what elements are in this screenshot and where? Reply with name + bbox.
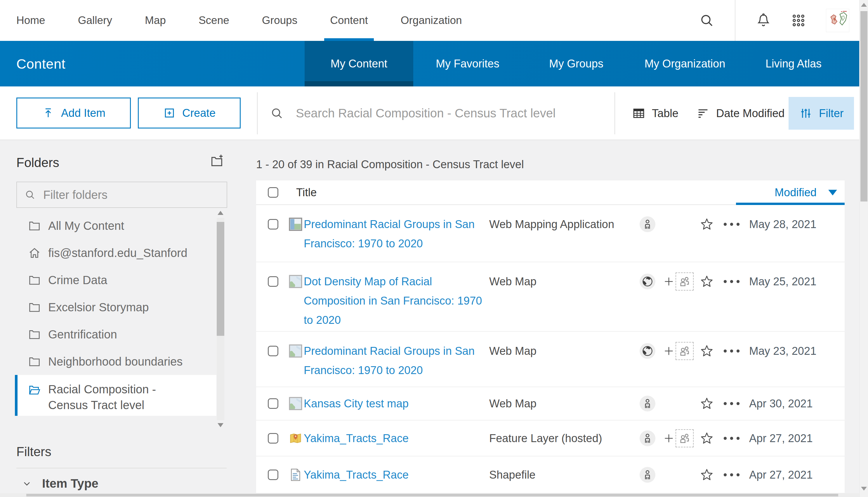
sidebar-folder-gentrification[interactable]: Gentrification — [15, 321, 216, 348]
private-person-icon[interactable] — [640, 396, 655, 411]
feature-layer-icon[interactable] — [289, 431, 302, 445]
sidebar-folder-racial-composition-census-trac[interactable]: Racial Composition - Census Tract level — [15, 375, 216, 416]
scroll-down-arrow[interactable] — [861, 487, 867, 491]
scroll-up-arrow[interactable] — [861, 3, 867, 7]
page-horizontal-scrollbar[interactable] — [0, 493, 859, 497]
web-map-icon[interactable] — [289, 344, 302, 358]
column-modified-sort[interactable]: Modified — [774, 186, 837, 199]
folder-scrollbar — [217, 210, 224, 428]
nav-content[interactable]: Content — [330, 0, 368, 41]
row-checkbox[interactable] — [268, 276, 278, 287]
modified-sort-underline — [736, 203, 845, 205]
add-item-button[interactable]: Add Item — [16, 98, 131, 128]
favorite-star-icon[interactable] — [700, 344, 714, 358]
item-title-link[interactable]: Predominant Racial Groups in San Francis… — [304, 215, 490, 253]
item-title-link[interactable]: Dot Density Map of Racial Composition in… — [304, 272, 490, 330]
nav-scene[interactable]: Scene — [199, 0, 229, 41]
folders-title: Folders — [16, 155, 59, 170]
nav-groups[interactable]: Groups — [262, 0, 297, 41]
sort-by-label: Date Modified — [716, 107, 784, 120]
nav-organization[interactable]: Organization — [401, 0, 462, 41]
favorite-star-icon[interactable] — [700, 274, 714, 288]
plus-icon[interactable] — [663, 276, 674, 287]
select-all-checkbox[interactable] — [268, 187, 278, 198]
scrollbar-thumb[interactable] — [26, 494, 838, 496]
top-navigation-bar: Home Gallery Map Scene Groups Content Or… — [0, 0, 868, 41]
search-input[interactable] — [296, 106, 602, 120]
item-type: Web Map — [489, 345, 537, 357]
shared-everyone-globe-icon[interactable] — [640, 274, 655, 289]
more-options-icon[interactable] — [723, 473, 740, 477]
table-view-toggle[interactable]: Table — [632, 86, 679, 140]
more-options-icon[interactable] — [723, 223, 740, 226]
private-person-icon[interactable] — [640, 467, 655, 483]
filter-group-item-type[interactable]: Item Type — [22, 477, 98, 491]
row-checkbox[interactable] — [268, 470, 278, 480]
row-checkbox[interactable] — [268, 346, 278, 356]
favorite-star-icon[interactable] — [700, 468, 714, 482]
row-checkbox[interactable] — [268, 433, 278, 443]
shared-everyone-globe-icon[interactable] — [640, 343, 655, 359]
more-options-icon[interactable] — [723, 349, 740, 353]
folder-icon — [28, 328, 41, 341]
app-launcher-icon[interactable] — [792, 13, 806, 27]
more-options-icon[interactable] — [723, 402, 740, 405]
favorite-star-icon[interactable] — [700, 397, 714, 411]
plus-icon[interactable] — [663, 345, 674, 357]
item-title-link[interactable]: Predominant Racial Groups in San Francis… — [304, 341, 490, 380]
tab-living-atlas[interactable]: Living Atlas — [739, 41, 848, 86]
web-map-icon[interactable] — [289, 397, 302, 410]
sidebar-folder-crime-data[interactable]: Crime Data — [15, 266, 216, 294]
scrollbar-thumb[interactable] — [217, 222, 224, 336]
filter-button[interactable]: Filter — [788, 97, 854, 130]
sidebar-folder-neighborhood-boundaries[interactable]: Neighborhood boundaries — [15, 348, 216, 375]
primary-nav: Home Gallery Map Scene Groups Content Or… — [0, 0, 462, 41]
tab-my-organization[interactable]: My Organization — [630, 41, 739, 86]
new-folder-icon[interactable] — [210, 153, 225, 168]
item-type: Shapefile — [489, 468, 535, 481]
web-mapping-application-icon[interactable] — [289, 217, 302, 231]
more-options-icon[interactable] — [723, 437, 740, 440]
favorite-star-icon[interactable] — [700, 217, 714, 231]
row-checkbox[interactable] — [268, 219, 278, 229]
filter-folders-input[interactable] — [43, 188, 201, 201]
modified-date: Apr 30, 2021 — [749, 397, 813, 410]
scroll-down-arrow[interactable] — [217, 423, 224, 427]
tab-my-groups[interactable]: My Groups — [522, 41, 630, 86]
plus-icon[interactable] — [663, 433, 674, 444]
item-title-link[interactable]: Yakima_Tracts_Race — [304, 465, 490, 484]
search-icon[interactable] — [699, 13, 714, 28]
nav-home[interactable]: Home — [16, 0, 45, 41]
shapefile-icon[interactable] — [289, 468, 302, 482]
create-button[interactable]: Create — [138, 98, 241, 128]
favorite-star-icon[interactable] — [700, 431, 714, 445]
tab-my-favorites[interactable]: My Favorites — [413, 41, 522, 86]
private-person-icon[interactable] — [640, 216, 655, 232]
page-vertical-scrollbar[interactable] — [859, 0, 868, 497]
item-title-link[interactable]: Yakima_Tracts_Race — [304, 429, 490, 448]
group-sharing-icon[interactable] — [675, 429, 694, 448]
sidebar-folder-fis-stanford-edu-stanford[interactable]: fis@stanford.edu_Stanford — [15, 239, 216, 266]
nav-map[interactable]: Map — [145, 0, 166, 41]
upload-icon — [42, 106, 55, 119]
scrollbar-thumb[interactable] — [860, 11, 867, 201]
group-sharing-icon[interactable] — [675, 272, 694, 290]
sidebar: Folders All My Content fis@stanford.edu_… — [0, 140, 242, 497]
row-checkbox[interactable] — [268, 398, 278, 409]
search-icon — [270, 106, 284, 120]
private-person-icon[interactable] — [640, 430, 655, 446]
content-search — [270, 86, 602, 140]
sidebar-folder-excelsior-storymap[interactable]: Excelsior Storymap — [15, 294, 216, 321]
more-options-icon[interactable] — [723, 280, 740, 283]
item-title-link[interactable]: Kansas City test map — [304, 394, 490, 413]
tab-my-content[interactable]: My Content — [304, 41, 413, 86]
group-sharing-icon[interactable] — [675, 342, 694, 360]
notifications-bell-icon[interactable] — [756, 13, 771, 28]
avatar[interactable] — [826, 9, 849, 32]
web-map-icon[interactable] — [289, 275, 302, 288]
scroll-up-arrow[interactable] — [217, 211, 224, 215]
nav-gallery[interactable]: Gallery — [78, 0, 112, 41]
sort-by-button[interactable]: Date Modified — [696, 86, 784, 140]
sidebar-folder-all-my-content[interactable]: All My Content — [15, 212, 216, 239]
filter-label: Filter — [819, 107, 843, 120]
